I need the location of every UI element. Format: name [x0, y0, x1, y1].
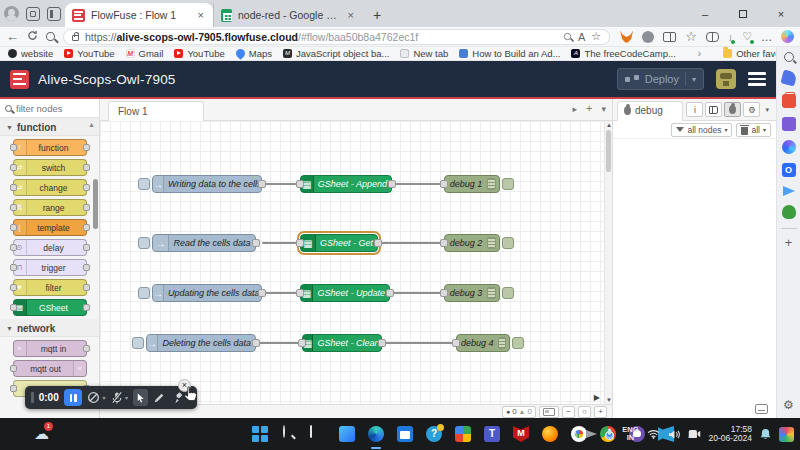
- bookmark-gmail[interactable]: MGmail: [126, 48, 164, 59]
- tray-app-icon[interactable]: [586, 430, 597, 438]
- sidebar-shopping-icon[interactable]: [780, 69, 797, 86]
- widget-app-icon[interactable]: [339, 426, 355, 442]
- zoom-out-button[interactable]: −: [562, 406, 575, 418]
- gsheet-append-node[interactable]: ▦ GSheet - Append: [300, 175, 392, 193]
- input-port[interactable]: [296, 289, 304, 297]
- inject-node[interactable]: → Deleting the cells data: [146, 334, 256, 352]
- browser-profile-avatar[interactable]: [4, 6, 19, 21]
- close-tab-icon[interactable]: ×: [196, 9, 206, 21]
- palette-node-delay[interactable]: ⊙delay: [13, 239, 87, 256]
- metamask-icon[interactable]: [620, 31, 633, 43]
- close-window-button[interactable]: ×: [762, 0, 800, 27]
- sidebar-drop-icon[interactable]: [783, 186, 795, 196]
- firefox-app-icon[interactable]: [542, 426, 558, 442]
- inject-button[interactable]: [138, 287, 150, 299]
- debug-node[interactable]: debug 3: [444, 284, 500, 302]
- bookmark-maps[interactable]: Maps: [236, 48, 272, 59]
- palette-search[interactable]: [0, 99, 99, 118]
- camera-options-caret[interactable]: ▾: [102, 394, 105, 401]
- zoom-page-icon[interactable]: [564, 33, 571, 40]
- deploy-button[interactable]: Deploy ▾: [617, 68, 704, 90]
- sidebar-add-icon[interactable]: +: [785, 238, 793, 248]
- browser-essentials-icon[interactable]: ♡: [742, 30, 752, 43]
- palette-node-filter[interactable]: ▼filter: [13, 279, 87, 296]
- gsheet-update-node[interactable]: ▦ GSheet - Update: [300, 284, 390, 302]
- palette-scroll-up-icon[interactable]: ▲: [88, 121, 95, 128]
- input-port[interactable]: [440, 289, 448, 297]
- user-avatar[interactable]: [716, 69, 736, 89]
- add-flow-icon[interactable]: +: [586, 102, 592, 114]
- wifi-icon[interactable]: [647, 429, 660, 439]
- inject-node[interactable]: → Updating the cells data: [152, 284, 262, 302]
- pen-tool-icon[interactable]: [153, 391, 165, 405]
- url-text[interactable]: https://alive-scops-owl-7905.flowfuse.cl…: [85, 31, 557, 43]
- debug-toggle-button[interactable]: [502, 178, 514, 190]
- screen-record-icon[interactable]: [688, 429, 701, 439]
- mic-off-icon[interactable]: [110, 391, 122, 405]
- inject-button[interactable]: [138, 237, 150, 249]
- camera-off-icon[interactable]: [87, 391, 100, 405]
- flow-list-icon[interactable]: ▾: [601, 104, 606, 114]
- workspace-grid[interactable]: → Writing data to the cells ▦ GSheet - A…: [100, 121, 604, 404]
- debug-node[interactable]: debug 2: [444, 234, 500, 252]
- deploy-options-caret[interactable]: ▾: [692, 75, 696, 84]
- classroom-app-icon[interactable]: [455, 426, 471, 442]
- address-bar[interactable]: https://alive-scops-owl-7905.flowfuse.cl…: [63, 29, 610, 45]
- taskbar-search-icon[interactable]: [281, 426, 297, 442]
- palette-node-change[interactable]: ⇌change: [13, 179, 87, 196]
- output-port[interactable]: [258, 180, 266, 188]
- new-tab-button[interactable]: +: [367, 5, 387, 25]
- restore-button[interactable]: [724, 0, 762, 27]
- sidebar-outlook-icon[interactable]: O: [782, 163, 796, 177]
- microsoft-store-icon[interactable]: [397, 426, 413, 442]
- volume-icon[interactable]: [668, 429, 680, 440]
- category-network[interactable]: ▼network: [0, 319, 99, 337]
- vertical-tabs-icon[interactable]: [47, 7, 61, 21]
- sidebar-settings-icon[interactable]: ⚙: [783, 398, 794, 412]
- language-indicator[interactable]: ENGIN: [622, 426, 638, 442]
- minimize-button[interactable]: –: [686, 0, 724, 27]
- palette-node-mqtt-in[interactable]: »mqtt in: [13, 340, 87, 357]
- sidebar-menu-caret[interactable]: ▾: [762, 106, 772, 114]
- split-screen-icon[interactable]: [663, 32, 676, 42]
- output-port[interactable]: [388, 180, 396, 188]
- notification-counts[interactable]: ●0 ▲0: [502, 406, 536, 418]
- taskbar-weather-widget[interactable]: ☁ 1: [34, 425, 49, 443]
- output-port[interactable]: [252, 339, 260, 347]
- inject-button[interactable]: [132, 337, 144, 349]
- bookmarks-overflow-icon[interactable]: ›: [698, 48, 701, 59]
- clear-messages-button[interactable]: all▾: [736, 123, 771, 137]
- flowfuse-logo[interactable]: [10, 70, 29, 89]
- filter-nodes-button[interactable]: all nodes▾: [671, 123, 732, 137]
- workspaces-icon[interactable]: [26, 7, 40, 21]
- output-port[interactable]: [378, 339, 386, 347]
- output-port[interactable]: [258, 289, 266, 297]
- gsheet-clear-node[interactable]: ▦ GSheet - Clear: [302, 334, 382, 352]
- debug-node[interactable]: debug 1: [444, 175, 500, 193]
- close-tab-icon[interactable]: ×: [346, 9, 356, 21]
- palette-node-gsheet[interactable]: ▦GSheet: [13, 299, 87, 316]
- info-tab-button[interactable]: i: [686, 102, 703, 117]
- bookmark-website[interactable]: website: [8, 48, 53, 59]
- config-tab-button[interactable]: ⚙: [743, 102, 760, 117]
- output-port[interactable]: [374, 239, 382, 247]
- palette-node-mqtt-out[interactable]: mqtt out«: [13, 360, 87, 377]
- bookmark-javascript[interactable]: MJavaScript object ba...: [283, 48, 389, 59]
- console-icon[interactable]: [755, 404, 768, 414]
- favorites-icon[interactable]: ☆: [685, 30, 697, 43]
- tab-scroll-icon[interactable]: ▸: [573, 104, 578, 114]
- extension-icon[interactable]: [642, 31, 654, 43]
- tray-color-app-icon[interactable]: [779, 427, 794, 442]
- palette-node-template[interactable]: {template: [13, 219, 87, 236]
- zoom-reset-button[interactable]: ○: [578, 406, 591, 418]
- search-icon[interactable]: [46, 32, 55, 41]
- start-button[interactable]: [252, 426, 268, 442]
- input-port[interactable]: [452, 339, 460, 347]
- scroll-right-icon[interactable]: ▶: [594, 393, 600, 402]
- inject-node[interactable]: → Writing data to the cells: [152, 175, 262, 193]
- mcafee-app-icon[interactable]: M: [513, 426, 529, 442]
- palette-node-switch[interactable]: ⇄switch: [13, 159, 87, 176]
- palette-node-trigger[interactable]: ⊓trigger: [13, 259, 87, 276]
- input-port[interactable]: [440, 239, 448, 247]
- edge-app-icon-active[interactable]: [368, 426, 384, 442]
